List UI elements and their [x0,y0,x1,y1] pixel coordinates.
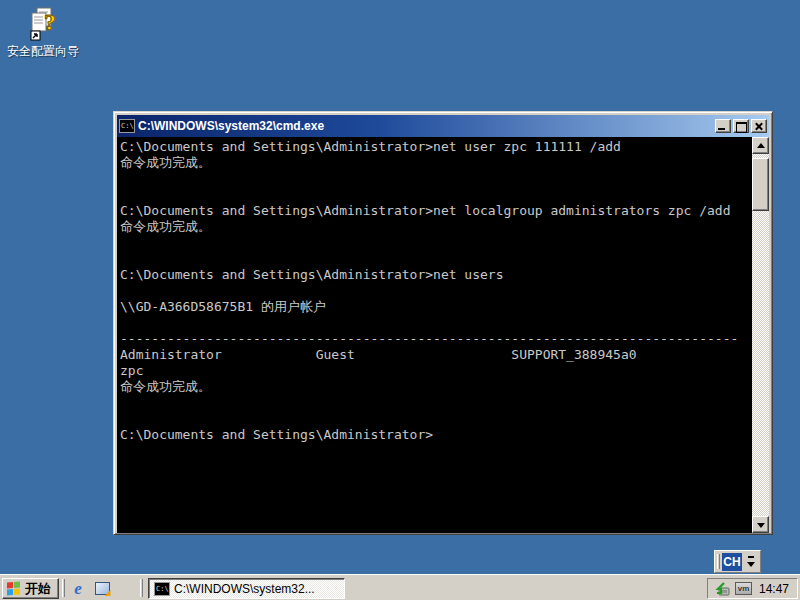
scrollbar-thumb[interactable] [752,158,769,211]
window-title: C:\WINDOWS\system32\cmd.exe [138,119,712,133]
cmd-icon: C:\ [154,582,170,596]
taskbar-separator [62,579,65,597]
security-config-wizard-icon: ? [25,6,61,42]
console-area: C:\Documents and Settings\Administrator>… [117,137,769,533]
start-button-label: 开始 [25,580,51,598]
language-bar-grip[interactable] [717,554,720,569]
minimize-icon[interactable] [715,119,731,133]
scroll-down-icon[interactable] [752,516,769,533]
start-button[interactable]: 开始 [2,578,59,599]
language-indicator[interactable]: CH [722,553,742,571]
taskbar-separator [140,579,143,597]
windows-flag-icon [7,582,21,596]
cmd-window-titlebar[interactable]: C:\ C:\WINDOWS\system32\cmd.exe [117,115,769,137]
safely-remove-hardware-icon[interactable] [714,582,730,596]
taskbar: 开始 e C:\ C:\WINDOWS\system32... vm 14:47 [0,574,800,600]
taskbar-clock[interactable]: 14:47 [759,582,789,596]
svg-text:?: ? [44,9,56,35]
taskbar-button-cmd[interactable]: C:\ C:\WINDOWS\system32... [148,578,345,599]
terminal-output[interactable]: C:\Documents and Settings\Administrator>… [120,139,749,533]
desktop-shortcut-label: 安全配置向导 [4,44,82,58]
quicklaunch-show-desktop[interactable] [92,579,112,598]
taskbar-button-label: C:\WINDOWS\system32... [174,582,315,596]
quicklaunch-internet-explorer[interactable]: e [68,579,88,598]
scroll-up-icon[interactable] [752,137,769,154]
cmd-window: C:\ C:\WINDOWS\system32\cmd.exe C:\Docum… [113,111,773,535]
vmware-tools-icon[interactable]: vm [735,582,752,595]
vertical-scrollbar[interactable] [752,137,769,533]
internet-explorer-icon: e [74,580,82,597]
language-bar: CH [714,550,761,573]
maximize-icon[interactable] [733,119,749,133]
desktop-shortcut-security-config-wizard[interactable]: ? 安全配置向导 [4,6,82,58]
close-icon[interactable] [751,119,767,133]
show-desktop-icon [95,582,110,595]
language-bar-options-icon[interactable] [744,553,759,571]
system-tray: vm 14:47 [707,578,798,599]
cmd-icon: C:\ [119,119,135,133]
